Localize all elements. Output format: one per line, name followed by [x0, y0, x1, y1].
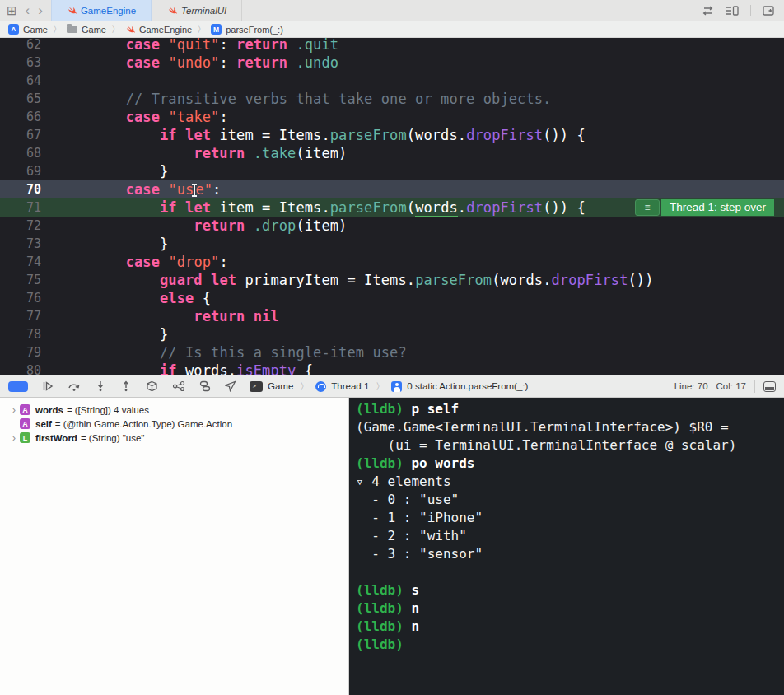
folder-icon	[67, 26, 77, 33]
code-line-75[interactable]: 75 guard let primaryItem = Items.parseFr…	[0, 271, 784, 289]
line-number[interactable]: 72	[0, 217, 46, 235]
breadcrumb-folder[interactable]: Game	[67, 25, 106, 35]
code-line-68[interactable]: 68 return .take(item)	[0, 144, 784, 162]
console-output: - 1 : "iPhone"	[356, 510, 483, 525]
code-line-62[interactable]: 62 case "quit": return .quit	[0, 38, 784, 54]
code-line-77[interactable]: 77 return nil	[0, 307, 784, 325]
code-line-79[interactable]: 79 // Is this a single-item use?	[0, 343, 784, 361]
breadcrumb-file[interactable]: GameEngine	[125, 25, 192, 35]
continue-icon[interactable]	[42, 380, 54, 392]
variable-row-self[interactable]: A self = (@thin Game.Action.Type) Game.A…	[8, 417, 348, 431]
step-over-icon[interactable]	[68, 380, 81, 392]
add-editor-icon[interactable]	[763, 6, 774, 16]
chevron-right-icon: 〉	[376, 380, 385, 393]
code-line-78[interactable]: 78 }	[0, 325, 784, 343]
line-number[interactable]: 79	[0, 343, 46, 361]
console-output: (Game.Game<TerminalUI.TerminalInterface>…	[356, 419, 729, 435]
code-text: }	[46, 325, 168, 343]
code-line-69[interactable]: 69 }	[0, 162, 784, 180]
line-number[interactable]: 68	[0, 144, 46, 162]
chevron-right-icon: 〉	[53, 23, 62, 35]
disclosure-triangle-icon[interactable]: ›	[8, 404, 20, 416]
simulate-location-icon[interactable]	[225, 380, 236, 392]
console-output: - 3 : "sensor"	[356, 546, 483, 562]
code-text: return .take(item)	[46, 144, 347, 162]
code-line-66[interactable]: 66 case "take":	[0, 108, 784, 126]
code-text: if let item = Items.parseFrom(words.drop…	[46, 198, 586, 217]
code-line-76[interactable]: 76 else {	[0, 289, 784, 307]
lldb-prompt: (lldb)	[356, 582, 404, 598]
variable-row-firstword[interactable]: › L firstWord = (String) "use"	[8, 431, 348, 445]
code-text: if words.isEmpty {	[46, 361, 313, 375]
line-number[interactable]: 65	[0, 90, 46, 108]
swift-icon	[167, 6, 177, 16]
code-line-80[interactable]: 80 if words.isEmpty {	[0, 361, 784, 375]
line-number[interactable]: 75	[0, 271, 46, 289]
code-line-73[interactable]: 73 }	[0, 235, 784, 253]
process-name[interactable]: Game	[268, 381, 293, 391]
col-indicator: Col: 17	[716, 381, 746, 391]
code-lines: 62 case "quit": return .quit63 case "und…	[0, 38, 784, 375]
line-number[interactable]: 80	[0, 361, 46, 375]
code-text: return nil	[46, 307, 279, 325]
line-number[interactable]: 66	[0, 108, 46, 126]
breakpoint-menu-icon[interactable]: ≡	[635, 199, 660, 216]
thread-annotation-label: Thread 1: step over	[661, 199, 774, 216]
step-out-icon[interactable]	[120, 380, 132, 392]
breadcrumb-label: parseFrom(_:)	[226, 25, 283, 35]
line-number[interactable]: 71	[0, 198, 46, 217]
variables-view: › A words = ([String]) 4 values A self =…	[0, 398, 349, 695]
hide-debug-area-icon[interactable]	[763, 381, 776, 392]
tab-overview-icon[interactable]: ⊞	[7, 4, 17, 16]
chevron-right-icon: 〉	[111, 23, 120, 35]
code-line-72[interactable]: 72 return .drop(item)	[0, 217, 784, 235]
code-editor[interactable]: 62 case "quit": return .quit63 case "und…	[0, 38, 784, 375]
memory-graph-icon[interactable]	[172, 380, 185, 392]
step-into-icon[interactable]	[95, 380, 106, 392]
tab-gameengine[interactable]: GameEngine	[51, 0, 152, 21]
editor-options-icon[interactable]	[726, 6, 739, 16]
line-number[interactable]: 73	[0, 235, 46, 253]
console-line: - 2 : "with"	[356, 527, 784, 545]
lldb-command: po words	[404, 455, 475, 471]
line-number[interactable]: 77	[0, 307, 46, 325]
line-number[interactable]: 70	[0, 180, 46, 198]
forward-icon[interactable]: ›	[38, 3, 43, 17]
breadcrumb-symbol[interactable]: M parseFrom(_:)	[211, 24, 283, 35]
line-number[interactable]: 69	[0, 162, 46, 180]
line-number[interactable]: 76	[0, 289, 46, 307]
code-line-67[interactable]: 67 if let item = Items.parseFrom(words.d…	[0, 126, 784, 144]
stack-frame-name[interactable]: 0 static Action.parseFrom(_:)	[407, 381, 528, 391]
code-text: case "quit": return .quit	[46, 38, 338, 54]
variable-kind-badge: A	[20, 404, 30, 415]
back-icon[interactable]: ‹	[26, 3, 30, 17]
debug-toolbar: >_ Game 〉 Thread 1 〉 0 static Action.par…	[0, 375, 784, 398]
thread-name[interactable]: Thread 1	[331, 381, 369, 391]
line-number[interactable]: 74	[0, 253, 46, 271]
code-line-63[interactable]: 63 case "undo": return .undo	[0, 54, 784, 72]
breakpoints-toggle[interactable]	[8, 381, 28, 392]
line-number[interactable]: 67	[0, 126, 46, 144]
line-number[interactable]: 62	[0, 38, 46, 54]
tab-terminalui[interactable]: TerminalUI	[152, 0, 242, 21]
line-number[interactable]: 63	[0, 54, 46, 72]
code-text: // Transitive verbs that take one or mor…	[46, 90, 551, 108]
code-line-74[interactable]: 74 case "drop":	[0, 253, 784, 271]
lldb-prompt: (lldb)	[356, 600, 404, 616]
view-hierarchy-icon[interactable]	[146, 380, 158, 392]
breadcrumb-project[interactable]: A Game	[8, 24, 48, 35]
thread-annotation-badge[interactable]: ≡Thread 1: step over	[635, 199, 774, 216]
lldb-prompt: (lldb)	[356, 637, 404, 652]
line-number[interactable]: 78	[0, 325, 46, 343]
console-output: (ui = TerminalUI.TerminalInterface @ sca…	[356, 437, 736, 453]
code-line-71[interactable]: 71 if let item = Items.parseFrom(words.d…	[0, 198, 784, 217]
variable-row-words[interactable]: › A words = ([String]) 4 values	[8, 403, 348, 417]
environment-overrides-icon[interactable]	[199, 380, 211, 392]
line-number[interactable]: 64	[0, 72, 46, 90]
code-line-64[interactable]: 64	[0, 72, 784, 90]
lldb-console[interactable]: (lldb) p self(Game.Game<TerminalUI.Termi…	[349, 398, 784, 695]
code-line-70[interactable]: 70 case "use":	[0, 180, 784, 198]
disclosure-triangle-icon[interactable]: ›	[8, 432, 20, 444]
code-line-65[interactable]: 65 // Transitive verbs that take one or …	[0, 90, 784, 108]
swap-editors-icon[interactable]	[702, 6, 714, 16]
